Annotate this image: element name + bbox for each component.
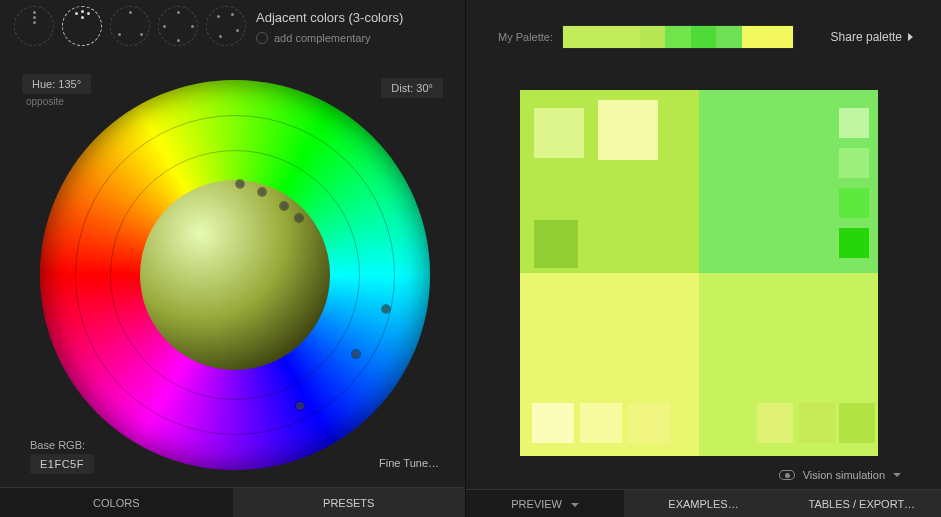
share-palette-label: Share palette xyxy=(831,30,902,44)
chevron-down-icon xyxy=(571,503,579,507)
palette-swatch[interactable] xyxy=(589,26,615,48)
palette-swatch[interactable] xyxy=(640,26,666,48)
scheme-triad-icon[interactable] xyxy=(110,6,150,46)
palette-swatch[interactable] xyxy=(768,26,794,48)
palette-top-row: My Palette: Share palette xyxy=(466,0,941,58)
palette-swatch[interactable] xyxy=(563,26,589,48)
palette-strip[interactable] xyxy=(563,26,793,48)
preview-swatch xyxy=(839,148,869,178)
eye-icon xyxy=(779,470,795,480)
chevron-down-icon xyxy=(893,473,901,477)
wheel-center xyxy=(140,180,330,370)
tab-preview-label: PREVIEW xyxy=(511,498,562,510)
palette-swatch[interactable] xyxy=(665,26,691,48)
palette-swatch[interactable] xyxy=(716,26,742,48)
scheme-adjacent-icon[interactable] xyxy=(62,6,102,46)
preview-board xyxy=(520,90,878,456)
scheme-tetrad-icon[interactable] xyxy=(158,6,198,46)
right-bottom-tabs: PREVIEW EXAMPLES… TABLES / EXPORT… xyxy=(466,489,941,517)
tab-tables-export[interactable]: TABLES / EXPORT… xyxy=(783,489,941,517)
add-complementary-option[interactable]: add complementary xyxy=(256,30,403,46)
add-complementary-label: add complementary xyxy=(274,30,371,46)
base-rgb: Base RGB: E1FC5F xyxy=(30,439,94,471)
my-palette-label: My Palette: xyxy=(498,31,553,43)
vision-simulation-menu[interactable]: Vision simulation xyxy=(779,469,901,481)
preview-quad-2 xyxy=(699,90,878,273)
color-wheel[interactable] xyxy=(40,80,430,470)
preview-swatch xyxy=(532,403,574,443)
scheme-monochrome-icon[interactable] xyxy=(14,6,54,46)
tab-colors[interactable]: COLORS xyxy=(0,487,233,517)
right-panel: My Palette: Share palette Vision simulat… xyxy=(465,0,941,517)
share-palette-link[interactable]: Share palette xyxy=(831,30,913,44)
left-panel: Adjacent colors (3-colors) add complemen… xyxy=(0,0,465,517)
preview-swatch xyxy=(628,403,670,443)
base-rgb-value[interactable]: E1FC5F xyxy=(30,454,94,474)
chevron-right-icon xyxy=(908,33,913,41)
tab-examples[interactable]: EXAMPLES… xyxy=(624,489,782,517)
preview-quad-3 xyxy=(520,273,699,456)
tab-presets[interactable]: PRESETS xyxy=(233,487,466,517)
vision-label: Vision simulation xyxy=(803,469,885,481)
tab-preview[interactable]: PREVIEW xyxy=(466,489,624,517)
preview-swatch xyxy=(799,403,835,443)
scheme-freestyle-icon[interactable] xyxy=(206,6,246,46)
scheme-icons xyxy=(14,6,246,46)
preview-quad-1 xyxy=(520,90,699,273)
preview-quad-4 xyxy=(699,273,878,456)
preview-swatch xyxy=(534,220,578,268)
left-bottom-tabs: COLORS PRESETS xyxy=(0,487,465,517)
scheme-title: Adjacent colors (3-colors) xyxy=(256,10,403,26)
scheme-row: Adjacent colors (3-colors) add complemen… xyxy=(0,0,465,58)
preview-swatch xyxy=(757,403,793,443)
preview-swatch xyxy=(839,108,869,138)
palette-swatch[interactable] xyxy=(691,26,717,48)
scheme-label: Adjacent colors (3-colors) add complemen… xyxy=(256,6,403,46)
preview-swatch xyxy=(839,228,869,258)
radio-empty-icon xyxy=(256,32,268,44)
fine-tune-link[interactable]: Fine Tune… xyxy=(379,457,439,469)
palette-swatch[interactable] xyxy=(742,26,768,48)
preview-swatch xyxy=(839,403,875,443)
base-rgb-label: Base RGB: xyxy=(30,439,94,451)
preview-swatch xyxy=(839,188,869,218)
preview-swatch xyxy=(598,100,658,160)
palette-swatch[interactable] xyxy=(614,26,640,48)
preview-swatch xyxy=(534,108,584,158)
preview-swatch xyxy=(580,403,622,443)
